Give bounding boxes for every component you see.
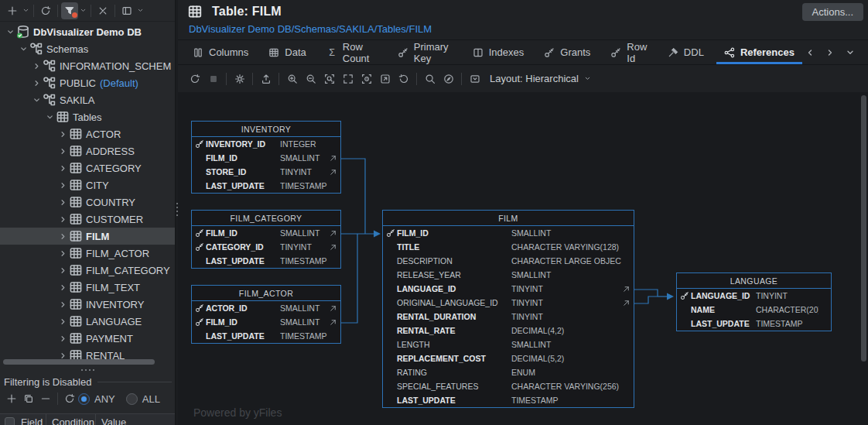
tab-row-id[interactable]: Row Id — [600, 40, 658, 64]
duplicate-filter-button[interactable] — [20, 390, 37, 407]
match-all-radio[interactable] — [126, 393, 138, 405]
chevron-right-icon[interactable] — [56, 264, 69, 276]
tree-item-public[interactable]: PUBLIC(Default) — [0, 74, 175, 91]
tree-item-address[interactable]: ADDRESS — [0, 142, 175, 159]
actions-button[interactable]: Actions... — [802, 3, 863, 21]
tree-item-language[interactable]: LANGUAGE — [0, 313, 175, 330]
tab-ddl[interactable]: DDL — [658, 40, 714, 64]
filter-objects-button[interactable] — [61, 2, 78, 19]
settings-button[interactable] — [231, 70, 248, 87]
tree-item-payment[interactable]: PAYMENT — [0, 330, 175, 347]
tree-item-actor[interactable]: ACTOR — [0, 125, 175, 142]
match-any-radio[interactable] — [78, 393, 90, 405]
column-name: INVENTORY_ID — [206, 139, 280, 149]
tree-item-city[interactable]: CITY — [0, 177, 175, 194]
chevron-right-icon[interactable] — [56, 281, 69, 293]
export-graph-button[interactable] — [257, 70, 275, 87]
diagram-table-inventory[interactable]: INVENTORYINVENTORY_IDINTEGERFILM_IDSMALL… — [191, 121, 341, 194]
diagram-column-row: ACTOR_IDSMALLINT — [192, 301, 340, 315]
search-graph-button[interactable] — [421, 70, 439, 87]
chevron-down-icon[interactable] — [43, 111, 56, 123]
refresh-objects-button[interactable] — [37, 2, 54, 19]
tree-item-customer[interactable]: CUSTOMER — [0, 211, 175, 228]
chevron-right-icon[interactable] — [56, 162, 69, 174]
chevron-right-icon[interactable] — [56, 179, 69, 191]
toggle-panels-button[interactable] — [118, 2, 135, 19]
previous-tab-button[interactable] — [805, 47, 815, 58]
diagram-table-film-category[interactable]: FILM_CATEGORYFILM_IDSMALLINTCATEGORY_IDT… — [191, 210, 341, 269]
navigate-button[interactable] — [439, 70, 457, 87]
tree-item-schemas[interactable]: Schemas — [0, 40, 175, 57]
reload-filters-button[interactable] — [61, 390, 78, 407]
refresh-graph-button[interactable] — [186, 70, 203, 87]
column-name: ORIGINAL_LANGUAGE_ID — [397, 298, 511, 307]
chevron-down-icon[interactable] — [30, 94, 43, 106]
tree-item-dbvisualizer-demo-db[interactable]: DbVisualizer Demo DB — [0, 23, 175, 40]
chevron-right-icon[interactable] — [56, 298, 69, 310]
tree-item-film-actor[interactable]: FILM_ACTOR — [0, 245, 175, 262]
chevron-right-icon[interactable] — [56, 247, 69, 259]
tab-list-button[interactable] — [845, 47, 856, 58]
fit-to-window-button[interactable] — [339, 70, 357, 87]
chevron-right-icon[interactable] — [56, 128, 69, 140]
redo-layout-button[interactable] — [395, 70, 412, 87]
tree-item-film[interactable]: FILM — [0, 228, 175, 245]
chevron-right-icon[interactable] — [30, 60, 43, 72]
reload-icon — [398, 74, 409, 84]
tab-references[interactable]: References — [714, 40, 805, 64]
open-in-window-button[interactable] — [376, 70, 394, 87]
diagram-vertical-scrollbar[interactable] — [861, 95, 866, 362]
tree-item-film-category[interactable]: FILM_CATEGORY — [0, 262, 175, 279]
zoom-out-button[interactable] — [302, 70, 320, 87]
chevron-right-icon[interactable] — [56, 196, 69, 208]
overview-button[interactable] — [357, 70, 375, 87]
breadcrumb[interactable]: DbVisualizer Demo DB/Schemas/SAKILA/Tabl… — [178, 22, 868, 40]
tree-item-film-text[interactable]: FILM_TEXT — [0, 279, 175, 296]
chevron-right-icon[interactable] — [56, 145, 69, 157]
zoom-in-button[interactable] — [283, 70, 301, 87]
create-connection-button[interactable] — [4, 2, 21, 19]
tab-data[interactable]: Data — [258, 40, 316, 64]
next-tab-button[interactable] — [825, 47, 836, 58]
match-any-label[interactable]: ANY — [94, 393, 115, 405]
chevron-down-icon[interactable] — [17, 43, 29, 55]
filter-enable-checkbox[interactable] — [5, 417, 15, 425]
chevron-down-icon[interactable] — [135, 2, 145, 19]
tree-item-information-schem[interactable]: INFORMATION_SCHEM — [0, 57, 175, 74]
chevron-right-icon[interactable] — [56, 315, 69, 327]
column-name: ACTOR_ID — [206, 303, 280, 313]
diagram-table-film[interactable]: FILMFILM_IDSMALLINTTITLECHARACTER VARYIN… — [382, 210, 634, 408]
add-filter-button[interactable] — [3, 390, 20, 407]
tab-columns[interactable]: Columns — [183, 40, 258, 64]
chevron-down-icon[interactable] — [4, 26, 16, 38]
tree-item-country[interactable]: COUNTRY — [0, 194, 175, 211]
chevron-down-icon[interactable] — [21, 2, 30, 19]
match-all-label[interactable]: ALL — [142, 393, 160, 405]
zoom-selection-button[interactable] — [320, 70, 338, 87]
remove-filter-button[interactable] — [37, 390, 54, 407]
diagram-table-title: LANGUAGE — [677, 273, 831, 289]
tab-primary-key[interactable]: Primary Key — [388, 40, 463, 64]
diagram-toolbar: Layout: Hierarchical — [178, 65, 868, 92]
tree-item-sakila[interactable]: SAKILA — [0, 91, 175, 108]
chevron-right-icon[interactable] — [56, 230, 69, 242]
collapse-all-button[interactable] — [94, 2, 111, 19]
tree-horizontal-scrollbar[interactable] — [3, 359, 155, 365]
references-diagram-canvas[interactable]: Powered by yFiles INVENTORYINVENTORY_IDI… — [178, 92, 868, 425]
tab-grants[interactable]: Grants — [534, 40, 600, 64]
panel-resize-handle[interactable] — [0, 367, 175, 373]
tree-item-tables[interactable]: Tables — [0, 108, 175, 125]
collapse-toolbar-button[interactable] — [466, 70, 484, 87]
diagram-table-language[interactable]: LANGUAGELANGUAGE_IDTINYINTNAMECHARACTER(… — [676, 272, 832, 331]
chevron-down-icon[interactable] — [78, 2, 87, 19]
diagram-column-row: FILM_IDSMALLINT — [192, 315, 340, 329]
layout-selector[interactable]: Layout: Hierarchical — [490, 70, 593, 87]
chevron-right-icon[interactable] — [56, 332, 69, 344]
tab-row-count[interactable]: ΣRow Count — [316, 40, 388, 64]
tree-item-inventory[interactable]: INVENTORY — [0, 296, 175, 313]
chevron-right-icon[interactable] — [56, 213, 69, 225]
diagram-table-film-actor[interactable]: FILM_ACTORACTOR_IDSMALLINTFILM_IDSMALLIN… — [191, 285, 341, 344]
tree-item-category[interactable]: CATEGORY — [0, 159, 175, 177]
chevron-right-icon[interactable] — [30, 77, 43, 89]
tab-indexes[interactable]: Indexes — [463, 40, 535, 64]
